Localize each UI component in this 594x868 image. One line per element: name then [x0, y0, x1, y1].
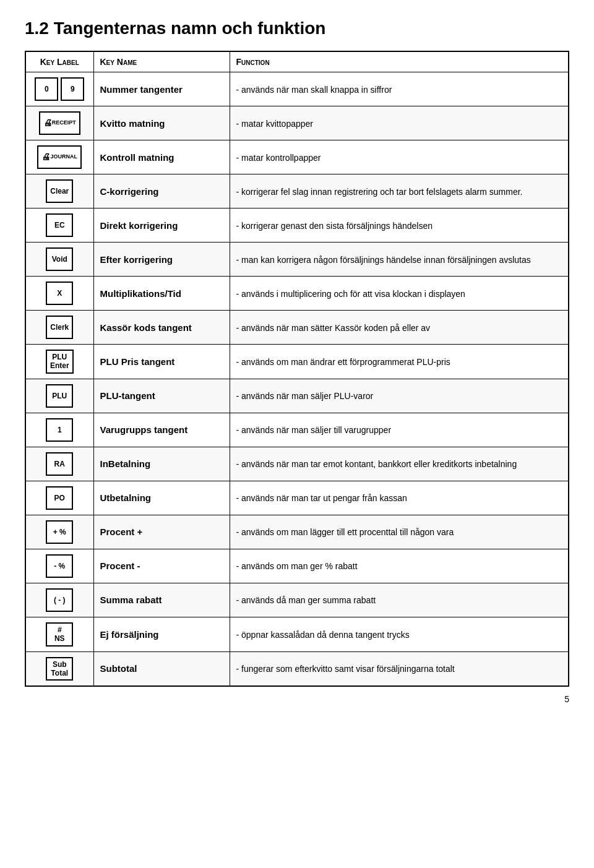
- key-name-text: Efter korrigering: [100, 254, 173, 265]
- key-function-cell: - används om man ändrar ett förprogramme…: [230, 345, 569, 379]
- key-name-text: Varugrupps tangent: [100, 424, 188, 435]
- key-label-cell: EC: [25, 208, 93, 243]
- key-name-cell: Multiplikations/Tid: [93, 277, 230, 311]
- page-title: 1.2 Tangenternas namn och funktion: [25, 19, 569, 38]
- key-label-cell: 🖨RECEIPT: [25, 106, 93, 140]
- key-name-cell: PLU Pris tangent: [93, 345, 230, 379]
- key-name-text: Procent -: [100, 561, 140, 571]
- key-box: PLU: [46, 384, 73, 408]
- key-name-cell: Summa rabatt: [93, 583, 230, 617]
- table-row: 1Varugrupps tangent- används när man säl…: [25, 413, 569, 447]
- key-function-text: - öppnar kassalådan då denna tangent try…: [236, 630, 410, 640]
- key-label-cell: Clerk: [25, 311, 93, 345]
- key-function-text: - används i multiplicering och för att v…: [236, 289, 465, 299]
- key-function-text: - används om man ger % rabatt: [236, 561, 358, 571]
- key-name-cell: Kvitto matning: [93, 106, 230, 140]
- key-box: 9: [61, 77, 84, 101]
- key-function-text: - används när man tar emot kontant, bank…: [236, 459, 517, 469]
- key-function-cell: - används om man ger % rabatt: [230, 549, 569, 583]
- key-name-text: Direkt korrigering: [100, 220, 178, 231]
- key-function-text: - används när man sätter Kassör koden på…: [236, 323, 431, 333]
- key-function-text: - matar kvittopapper: [236, 119, 314, 129]
- key-box: Clerk: [46, 316, 73, 339]
- key-name-text: Kvitto matning: [100, 118, 165, 129]
- key-name-text: Kassör kods tangent: [100, 322, 192, 333]
- table-row: ( - )Summa rabatt- används då man ger su…: [25, 583, 569, 617]
- key-name-text: Ej försäljning: [100, 629, 159, 640]
- key-name-text: Utbetalning: [100, 492, 152, 503]
- key-function-text: - matar kontrollpapper: [236, 153, 321, 163]
- key-function-text: - används om man ändrar ett förprogramme…: [236, 357, 450, 367]
- key-function-text: - används då man ger summa rabatt: [236, 595, 376, 605]
- table-row: Sub TotalSubtotal- fungerar som efterkvi…: [25, 651, 569, 686]
- key-name-cell: Efter korrigering: [93, 243, 230, 277]
- key-name-cell: Procent +: [93, 515, 230, 549]
- table-row: VoidEfter korrigering- man kan korrigera…: [25, 243, 569, 277]
- key-function-text: - används om man lägger till ett procent…: [236, 527, 454, 537]
- key-label-cell: PO: [25, 481, 93, 515]
- key-function-text: - korrigerar genast den sista försäljnin…: [236, 221, 433, 231]
- key-name-text: Subtotal: [100, 663, 137, 674]
- key-label-cell: Void: [25, 243, 93, 277]
- key-box: Void: [46, 247, 73, 271]
- key-box-icon: 🖨RECEIPT: [39, 111, 80, 135]
- key-name-text: Nummer tangenter: [100, 84, 183, 95]
- table-row: RAInBetalning- används när man tar emot …: [25, 447, 569, 481]
- key-box: RA: [46, 452, 73, 476]
- key-label-cell: Clear: [25, 174, 93, 208]
- key-function-cell: - öppnar kassalådan då denna tangent try…: [230, 617, 569, 651]
- key-name-cell: Utbetalning: [93, 481, 230, 515]
- key-function-text: - man kan korrigera någon försäljnings h…: [236, 255, 531, 265]
- key-function-cell: - fungerar som efterkvitto samt visar fö…: [230, 651, 569, 686]
- key-label-cell: 🖨JOURNAL: [25, 140, 93, 174]
- key-function-cell: - korrigerar fel slag innan registrering…: [230, 174, 569, 208]
- key-table: Key Label Key Name Function 09Nummer tan…: [25, 51, 569, 687]
- table-row: 🖨JOURNALKontroll matning- matar kontroll…: [25, 140, 569, 174]
- key-function-text: - används när man skall knappa in siffro…: [236, 85, 392, 95]
- table-row: POUtbetalning- används när man tar ut pe…: [25, 481, 569, 515]
- key-name-cell: Subtotal: [93, 651, 230, 686]
- key-function-cell: - används när man säljer PLU-varor: [230, 379, 569, 413]
- key-box: 1: [46, 418, 73, 442]
- key-name-cell: C-korrigering: [93, 174, 230, 208]
- key-function-text: - fungerar som efterkvitto samt visar fö…: [236, 664, 455, 674]
- key-function-text: - används när man säljer till varugruppe…: [236, 425, 392, 435]
- key-box: PO: [46, 486, 73, 510]
- key-name-text: PLU-tangent: [100, 390, 155, 401]
- key-box: X: [46, 281, 73, 305]
- col-header-name: Key Name: [93, 51, 230, 72]
- key-name-text: Kontroll matning: [100, 152, 174, 163]
- key-name-text: C-korrigering: [100, 186, 159, 197]
- key-function-cell: - man kan korrigera någon försäljnings h…: [230, 243, 569, 277]
- key-name-text: PLU Pris tangent: [100, 356, 175, 367]
- key-name-cell: InBetalning: [93, 447, 230, 481]
- key-pair: 09: [32, 77, 87, 101]
- table-row: ClerkKassör kods tangent- används när ma…: [25, 311, 569, 345]
- key-box: PLU Enter: [46, 350, 74, 374]
- key-label-cell: + %: [25, 515, 93, 549]
- key-name-text: Multiplikations/Tid: [100, 288, 181, 299]
- key-name-text: Procent +: [100, 526, 143, 537]
- key-name-text: Summa rabatt: [100, 595, 162, 605]
- key-box: - %: [46, 554, 73, 578]
- table-row: ClearC-korrigering- korrigerar fel slag …: [25, 174, 569, 208]
- key-function-cell: - används när man tar emot kontant, bank…: [230, 447, 569, 481]
- key-label-cell: 1: [25, 413, 93, 447]
- table-row: PLU EnterPLU Pris tangent- används om ma…: [25, 345, 569, 379]
- table-row: - %Procent -- används om man ger % rabat…: [25, 549, 569, 583]
- table-row: ECDirekt korrigering- korrigerar genast …: [25, 208, 569, 243]
- key-function-cell: - korrigerar genast den sista försäljnin…: [230, 208, 569, 243]
- key-name-cell: PLU-tangent: [93, 379, 230, 413]
- table-row: 🖨RECEIPTKvitto matning- matar kvittopapp…: [25, 106, 569, 140]
- table-row: # NSEj försäljning- öppnar kassalådan då…: [25, 617, 569, 651]
- key-name-cell: Kontroll matning: [93, 140, 230, 174]
- key-function-text: - används när man säljer PLU-varor: [236, 391, 374, 401]
- key-function-cell: - används om man lägger till ett procent…: [230, 515, 569, 549]
- key-label-cell: PLU Enter: [25, 345, 93, 379]
- table-row: + %Procent +- används om man lägger till…: [25, 515, 569, 549]
- key-label-cell: 09: [25, 72, 93, 106]
- key-box: # NS: [46, 622, 73, 647]
- key-function-cell: - används då man ger summa rabatt: [230, 583, 569, 617]
- key-label-cell: PLU: [25, 379, 93, 413]
- key-function-cell: - matar kvittopapper: [230, 106, 569, 140]
